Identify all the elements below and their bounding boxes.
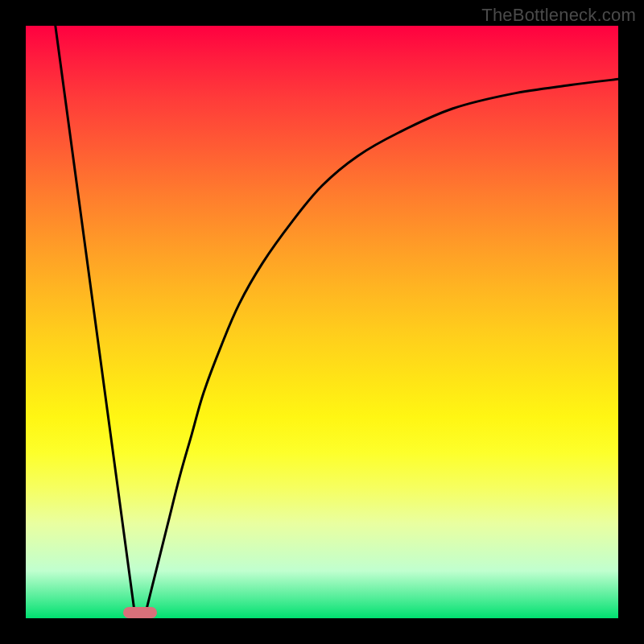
curve-overlay — [26, 26, 618, 618]
plot-area — [26, 26, 618, 618]
right-curve — [144, 79, 618, 618]
left-v-branch — [56, 26, 135, 618]
optimum-marker — [123, 607, 157, 618]
chart-frame: TheBottleneck.com — [0, 0, 644, 644]
watermark-text: TheBottleneck.com — [481, 5, 636, 26]
